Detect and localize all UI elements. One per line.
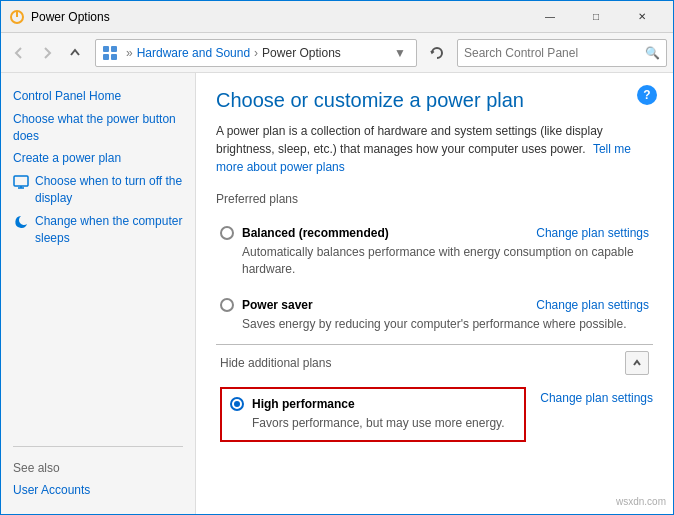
window-controls: — □ ✕ — [527, 1, 665, 33]
breadcrumb-nav-icon — [102, 45, 118, 61]
power-saver-plan-name: Power saver — [242, 298, 313, 312]
power-saver-plan: Power saver Change plan settings Saves e… — [216, 290, 653, 341]
window-icon — [9, 9, 25, 25]
refresh-button[interactable] — [425, 41, 449, 65]
monitor-icon — [13, 174, 29, 190]
balanced-plan: Balanced (recommended) Change plan setti… — [216, 218, 653, 286]
sidebar-item-user-accounts[interactable]: User Accounts — [9, 479, 187, 502]
maximize-button[interactable]: □ — [573, 1, 619, 33]
sidebar-item-turn-off-display[interactable]: Choose when to turn off the display — [9, 170, 187, 210]
collapse-button[interactable] — [625, 351, 649, 375]
power-saver-plan-name-row: Power saver — [220, 298, 313, 312]
balanced-plan-desc: Automatically balances performance with … — [242, 244, 649, 278]
title-bar: Power Options — □ ✕ — [1, 1, 673, 33]
forward-button[interactable] — [35, 41, 59, 65]
search-input[interactable] — [464, 46, 645, 60]
chevron-up-icon — [632, 358, 642, 368]
svg-rect-4 — [103, 54, 109, 60]
sleep-icon — [13, 214, 29, 230]
svg-rect-5 — [111, 54, 117, 60]
breadcrumb-double-arrow: » — [126, 46, 133, 60]
window-title: Power Options — [31, 10, 527, 24]
search-icon[interactable]: 🔍 — [645, 46, 660, 60]
balanced-plan-name: Balanced (recommended) — [242, 226, 389, 240]
minimize-button[interactable]: — — [527, 1, 573, 33]
high-performance-name-row: High performance — [230, 397, 516, 411]
radio-dot — [234, 401, 240, 407]
main-area: Control Panel Home Choose what the power… — [1, 73, 673, 514]
sidebar: Control Panel Home Choose what the power… — [1, 73, 196, 514]
page-title: Choose or customize a power plan — [216, 89, 653, 112]
sidebar-item-power-button[interactable]: Choose what the power button does — [9, 108, 187, 148]
balanced-plan-name-row: Balanced (recommended) — [220, 226, 389, 240]
preferred-plans-label: Preferred plans — [216, 192, 653, 210]
additional-plans-header[interactable]: Hide additional plans — [216, 344, 653, 381]
high-performance-plan: High performance Favors performance, but… — [220, 387, 526, 442]
see-also-label: See also — [9, 457, 187, 479]
breadcrumb-bar: » Hardware and Sound › Power Options ▼ — [95, 39, 417, 67]
search-bar: 🔍 — [457, 39, 667, 67]
power-saver-plan-header: Power saver Change plan settings — [220, 298, 649, 312]
sidebar-item-computer-sleeps[interactable]: Change when the computer sleeps — [9, 210, 187, 250]
high-performance-plan-name: High performance — [252, 397, 355, 411]
breadcrumb-power-options: Power Options — [262, 46, 341, 60]
help-button[interactable]: ? — [637, 85, 657, 105]
high-performance-radio[interactable] — [230, 397, 244, 411]
high-performance-change-link[interactable]: Change plan settings — [540, 391, 653, 405]
svg-rect-6 — [14, 176, 28, 186]
power-saver-change-link[interactable]: Change plan settings — [536, 298, 649, 312]
svg-rect-2 — [103, 46, 109, 52]
high-performance-plan-desc: Favors performance, but may use more ene… — [252, 415, 516, 432]
sidebar-item-create-plan[interactable]: Create a power plan — [9, 147, 187, 170]
sidebar-item-control-panel-home[interactable]: Control Panel Home — [9, 85, 187, 108]
power-saver-radio[interactable] — [220, 298, 234, 312]
content-area: ? Choose or customize a power plan A pow… — [196, 73, 673, 514]
page-description: A power plan is a collection of hardware… — [216, 122, 653, 176]
up-button[interactable] — [63, 41, 87, 65]
additional-plans-label: Hide additional plans — [220, 356, 331, 370]
balanced-radio[interactable] — [220, 226, 234, 240]
breadcrumb-arrow-1: › — [254, 46, 258, 60]
sidebar-divider — [13, 446, 183, 447]
breadcrumb-hardware-sound[interactable]: Hardware and Sound — [137, 46, 250, 60]
svg-rect-3 — [111, 46, 117, 52]
main-window: Power Options — □ ✕ » Hardware and S — [0, 0, 674, 515]
nav-bar: » Hardware and Sound › Power Options ▼ 🔍 — [1, 33, 673, 73]
balanced-change-link[interactable]: Change plan settings — [536, 226, 649, 240]
balanced-plan-header: Balanced (recommended) Change plan setti… — [220, 226, 649, 240]
power-saver-plan-desc: Saves energy by reducing your computer's… — [242, 316, 649, 333]
breadcrumb-dropdown-arrow[interactable]: ▼ — [394, 46, 410, 60]
close-button[interactable]: ✕ — [619, 1, 665, 33]
back-button[interactable] — [7, 41, 31, 65]
